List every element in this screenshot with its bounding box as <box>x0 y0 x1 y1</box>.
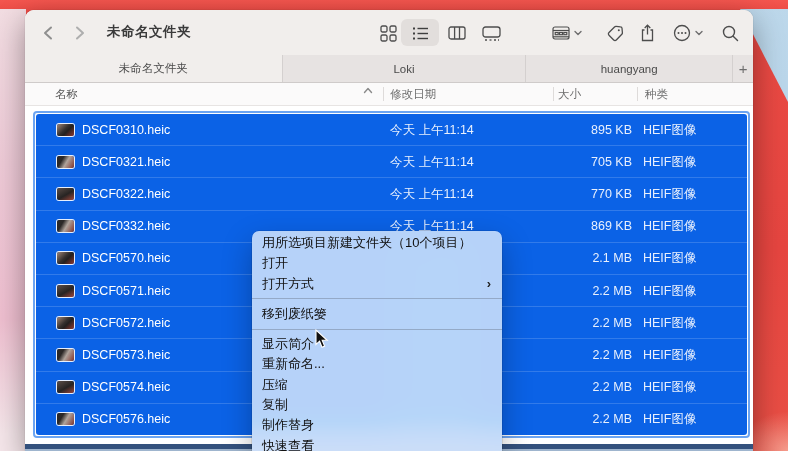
file-thumbnail <box>57 124 74 136</box>
context-menu-item[interactable]: 打开 › <box>252 253 502 273</box>
file-name: DSCF0573.heic <box>82 348 170 362</box>
file-kind: HEIF图像 <box>643 379 696 396</box>
file-name: DSCF0576.heic <box>82 412 170 426</box>
file-thumbnail <box>57 156 74 168</box>
column-divider[interactable] <box>637 87 638 101</box>
context-menu-item[interactable]: 移到废纸篓 › <box>252 304 502 324</box>
file-kind: HEIF图像 <box>643 314 696 331</box>
file-thumbnail <box>57 188 74 200</box>
file-name: DSCF0571.heic <box>82 284 170 298</box>
tab-label: huangyang <box>601 63 658 75</box>
forward-button[interactable] <box>69 22 91 44</box>
finder-tab[interactable]: huangyang <box>525 55 732 82</box>
chevron-down-icon <box>574 30 582 36</box>
search-button[interactable] <box>721 23 739 43</box>
finder-tab[interactable]: Loki <box>282 55 526 82</box>
file-date: 今天 上午11:14 <box>390 121 474 138</box>
menu-item-label: 打开 <box>262 255 288 270</box>
tab-label: Loki <box>393 63 414 75</box>
column-divider[interactable] <box>383 87 384 101</box>
menu-item-label: 快速查看 <box>262 438 314 451</box>
share-icon <box>640 24 655 42</box>
file-thumbnail <box>57 285 74 297</box>
file-kind: HEIF图像 <box>643 186 696 203</box>
file-kind: HEIF图像 <box>643 153 696 170</box>
file-size: 705 KB <box>516 155 632 169</box>
mouse-cursor <box>315 329 329 349</box>
file-name: DSCF0321.heic <box>82 155 170 169</box>
group-by-button[interactable] <box>552 23 582 43</box>
menu-item-label: 制作替身 <box>262 417 314 432</box>
context-menu-item[interactable]: 用所选项目新建文件夹（10个项目） › <box>252 233 502 253</box>
file-row[interactable]: DSCF0321.heic 今天 上午11:14 705 KB HEIF图像 <box>36 145 747 177</box>
list-view-icon <box>412 26 429 41</box>
context-menu-item[interactable]: 制作替身 › <box>252 415 502 435</box>
file-size: 2.2 MB <box>516 412 632 426</box>
context-menu: 用所选项目新建文件夹（10个项目） › 打开 › 打开方式 › › 移到废纸篓 … <box>252 231 502 451</box>
file-row[interactable]: DSCF0310.heic 今天 上午11:14 895 KB HEIF图像 <box>36 114 747 145</box>
desktop-wallpaper: 未命名文件夹 <box>0 0 788 451</box>
column-header-date[interactable]: 修改日期 <box>390 87 436 102</box>
menu-item-label: 显示简介 <box>262 336 314 351</box>
menu-item-label: 压缩 <box>262 377 288 392</box>
tag-button[interactable] <box>606 23 624 43</box>
column-divider[interactable] <box>553 87 554 101</box>
menu-item-label: 移到废纸篓 <box>262 306 327 321</box>
context-menu-item[interactable]: 打开方式 › <box>252 274 502 294</box>
column-header-size[interactable]: 大小 <box>558 87 581 102</box>
context-menu-item[interactable]: 复制 › <box>252 395 502 415</box>
file-name: DSCF0322.heic <box>82 187 170 201</box>
file-size: 2.2 MB <box>516 348 632 362</box>
file-kind: HEIF图像 <box>643 250 696 267</box>
column-header-kind[interactable]: 种类 <box>645 87 668 102</box>
file-kind: HEIF图像 <box>643 121 696 138</box>
tag-icon <box>607 25 624 42</box>
chevron-down-icon <box>695 30 703 36</box>
share-button[interactable] <box>638 23 656 43</box>
submenu-chevron-icon: › <box>487 274 491 294</box>
tab-bar: 未命名文件夹 Loki huangyang + <box>25 55 753 83</box>
list-view-button[interactable] <box>411 23 429 43</box>
file-thumbnail <box>57 220 74 232</box>
column-header-name[interactable]: 名称 <box>55 87 78 102</box>
new-tab-button[interactable]: + <box>732 55 753 82</box>
file-kind: HEIF图像 <box>643 282 696 299</box>
file-name: DSCF0570.heic <box>82 251 170 265</box>
context-menu-item[interactable]: 压缩 › <box>252 375 502 395</box>
list-column-header: 名称 修改日期 大小 种类 <box>25 83 753 106</box>
context-menu-item[interactable]: 快速查看 › <box>252 436 502 451</box>
tab-label: 未命名文件夹 <box>119 61 188 76</box>
file-name: DSCF0572.heic <box>82 316 170 330</box>
file-thumbnail <box>57 349 74 361</box>
file-date: 今天 上午11:14 <box>390 153 474 170</box>
more-actions-button[interactable] <box>672 23 704 43</box>
gallery-view-button[interactable] <box>482 23 501 43</box>
file-thumbnail <box>57 317 74 329</box>
column-view-button[interactable] <box>448 23 466 43</box>
file-size: 2.2 MB <box>516 380 632 394</box>
file-size: 2.2 MB <box>516 284 632 298</box>
context-menu-item[interactable]: 显示简介 › <box>252 334 502 354</box>
sort-ascending-icon <box>363 87 373 94</box>
context-menu-item[interactable]: › <box>252 329 502 330</box>
file-kind: HEIF图像 <box>643 218 696 235</box>
file-thumbnail <box>57 381 74 393</box>
icon-view-button[interactable] <box>379 23 397 43</box>
file-size: 2.1 MB <box>516 251 632 265</box>
chevron-right-icon <box>75 26 85 40</box>
file-date: 今天 上午11:14 <box>390 186 474 203</box>
chevron-left-icon <box>43 26 53 40</box>
group-by-icon <box>552 26 570 40</box>
file-thumbnail <box>57 252 74 264</box>
title-bar: 未命名文件夹 <box>25 10 753 55</box>
menu-item-label: 用所选项目新建文件夹（10个项目） <box>262 235 471 250</box>
file-name: DSCF0310.heic <box>82 123 170 137</box>
back-button[interactable] <box>37 22 59 44</box>
file-thumbnail <box>57 413 74 425</box>
file-row[interactable]: DSCF0322.heic 今天 上午11:14 770 KB HEIF图像 <box>36 177 747 209</box>
context-menu-item[interactable]: 重新命名... › <box>252 354 502 374</box>
finder-tab[interactable]: 未命名文件夹 <box>25 55 282 82</box>
column-view-icon <box>448 26 466 40</box>
menu-item-label: 重新命名... <box>262 356 325 371</box>
context-menu-item[interactable]: › <box>252 298 502 299</box>
